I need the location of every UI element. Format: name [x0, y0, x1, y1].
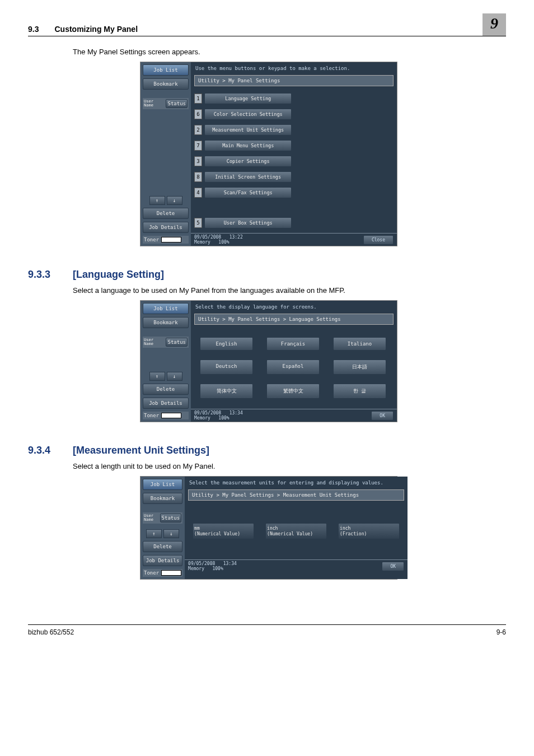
menu-num: 5	[194, 218, 202, 228]
up-arrow-button[interactable]: ↑	[149, 196, 165, 205]
bookmark-button[interactable]: Bookmark	[143, 493, 182, 504]
panel2-breadcrumb: Utility > My Panel Settings > Language S…	[194, 314, 394, 325]
up-arrow-button[interactable]: ↑	[146, 529, 162, 538]
username-label: User Name	[144, 338, 165, 346]
menu-num: 2	[194, 125, 202, 135]
menu-color-selection[interactable]: Color Selection Settings	[204, 109, 292, 120]
bookmark-button[interactable]: Bookmark	[143, 78, 189, 90]
unit-inch-numerical[interactable]: inch (Numerical Value)	[265, 523, 327, 539]
toner-label: Toner	[144, 570, 159, 576]
chapter-tab: 9	[483, 13, 506, 36]
menu-num: 7	[194, 141, 202, 151]
menu-num: 4	[194, 188, 202, 198]
menu-num: 8	[194, 172, 202, 182]
sec934-desc: Select a length unit to be used on My Pa…	[73, 462, 506, 470]
unit-bottom: (Numerical Value)	[194, 531, 252, 537]
joblist-button[interactable]: Job List	[143, 479, 182, 490]
unit-inch-fraction[interactable]: inch (Fraction)	[338, 523, 400, 539]
bookmark-button[interactable]: Bookmark	[143, 317, 189, 328]
lang-italiano[interactable]: Italiano	[333, 337, 386, 351]
lang-deutsch[interactable]: Deutsch	[200, 360, 253, 375]
footer-memory-label: Memory	[194, 416, 210, 421]
sec934-title: [Measurement Unit Settings]	[73, 445, 209, 456]
sec933-num: 9.3.3	[28, 269, 73, 281]
joblist-button[interactable]: Job List	[143, 64, 189, 76]
footer-time: 13:34	[229, 410, 243, 416]
menu-measurement-unit[interactable]: Measurement Unit Settings	[204, 124, 292, 136]
toner-label: Toner	[144, 413, 159, 418]
menu-main-menu[interactable]: Main Menu Settings	[204, 140, 292, 151]
panel1-breadcrumb: Utility > My Panel Settings	[194, 75, 394, 86]
language-setting-screenshot: Job List Bookmark User Name Status ↑ ↓ D…	[140, 300, 397, 422]
footer-memory-pct: 100%	[218, 240, 229, 245]
menu-num: 6	[194, 109, 202, 119]
lang-simplified-chinese[interactable]: 简体中文	[200, 384, 253, 399]
footer-date: 09/05/2008	[194, 410, 221, 416]
username-label: User Name	[144, 514, 159, 522]
toner-label: Toner	[144, 237, 159, 242]
status-button[interactable]: Status	[166, 99, 188, 108]
footer-memory-pct: 100%	[218, 416, 229, 421]
lang-espanol[interactable]: Español	[266, 360, 320, 375]
toner-gauge	[161, 570, 181, 576]
lang-traditional-chinese[interactable]: 繁體中文	[266, 384, 320, 399]
username-label: User Name	[144, 100, 165, 108]
close-button[interactable]: Close	[363, 235, 394, 245]
footer-page: 9-6	[496, 628, 506, 636]
unit-top: inch	[340, 526, 398, 531]
job-details-button[interactable]: Job Details	[143, 222, 189, 233]
lang-english[interactable]: English	[200, 337, 253, 351]
footer-memory-label: Memory	[194, 240, 210, 245]
job-details-button[interactable]: Job Details	[143, 555, 182, 566]
toner-gauge	[161, 237, 181, 242]
menu-language-setting[interactable]: Language Setting	[204, 93, 292, 104]
panel2-instruction: Select the display language for screens.	[191, 301, 397, 311]
menu-num: 3	[194, 156, 202, 166]
panel3-instruction: Select the measurement units for enterin…	[185, 477, 407, 487]
footer-date: 09/05/2008	[194, 235, 221, 240]
joblist-button[interactable]: Job List	[143, 303, 189, 314]
menu-scan-fax[interactable]: Scan/Fax Settings	[204, 187, 292, 198]
sec933-title: [Language Setting]	[73, 269, 164, 281]
lang-japanese[interactable]: 日本語	[333, 360, 386, 375]
down-arrow-button[interactable]: ↓	[163, 529, 179, 538]
down-arrow-button[interactable]: ↓	[167, 372, 182, 381]
footer-time: 13:22	[229, 235, 243, 240]
toner-gauge	[161, 413, 181, 418]
footer-memory-label: Memory	[188, 566, 204, 571]
unit-top: mm	[194, 526, 252, 531]
menu-num: 1	[194, 94, 202, 104]
menu-user-box[interactable]: User Box Settings	[204, 217, 292, 228]
measurement-unit-screenshot: Job List Bookmark User Name Status ↑ ↓ D…	[140, 476, 397, 580]
sec934-num: 9.3.4	[28, 445, 73, 456]
lang-francais[interactable]: Français	[266, 337, 320, 351]
status-button[interactable]: Status	[160, 514, 182, 522]
lang-korean[interactable]: 한 글	[333, 384, 386, 399]
intro-text: The My Panel Settings screen appears.	[73, 48, 506, 56]
ok-button[interactable]: OK	[371, 411, 394, 421]
menu-copier[interactable]: Copier Settings	[204, 156, 292, 167]
section-number: 9.3	[28, 25, 39, 34]
up-arrow-button[interactable]: ↑	[149, 372, 165, 381]
unit-bottom: (Fraction)	[340, 531, 398, 537]
footer-memory-pct: 100%	[212, 566, 223, 571]
job-details-button[interactable]: Job Details	[143, 398, 189, 409]
footer-time: 13:34	[223, 561, 237, 566]
section-title: Customizing My Panel	[54, 25, 138, 34]
footer-model: bizhub 652/552	[28, 628, 74, 636]
ok-button[interactable]: OK	[382, 562, 404, 571]
unit-top: inch	[267, 526, 325, 531]
menu-initial-screen[interactable]: Initial Screen Settings	[204, 171, 292, 183]
panel3-breadcrumb: Utility > My Panel Settings > Measuremen…	[188, 489, 404, 501]
sec933-desc: Select a language to be used on My Panel…	[73, 286, 506, 295]
delete-button[interactable]: Delete	[143, 208, 189, 219]
panel1-instruction: Use the menu buttons or keypad to make a…	[191, 62, 397, 73]
delete-button[interactable]: Delete	[143, 541, 182, 552]
unit-mm[interactable]: mm (Numerical Value)	[193, 523, 254, 539]
unit-bottom: (Numerical Value)	[267, 531, 325, 537]
my-panel-settings-screenshot: Job List Bookmark User Name Status ↑ ↓ D…	[140, 62, 397, 246]
delete-button[interactable]: Delete	[143, 384, 189, 395]
footer-date: 09/05/2008	[188, 561, 215, 566]
down-arrow-button[interactable]: ↓	[167, 196, 182, 205]
status-button[interactable]: Status	[166, 338, 188, 347]
